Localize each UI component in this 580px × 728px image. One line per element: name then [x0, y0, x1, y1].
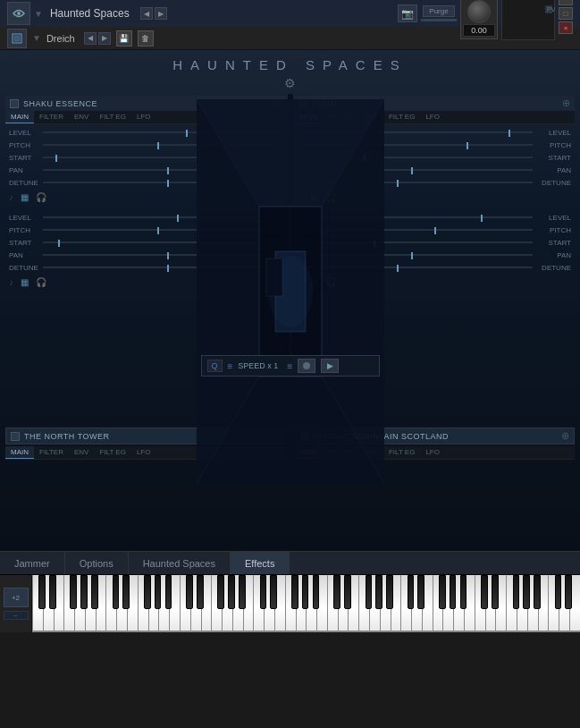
white-key[interactable] — [559, 575, 569, 632]
fugu-start-track[interactable] — [298, 157, 534, 158]
white-key[interactable] — [358, 575, 369, 632]
white-key[interactable] — [506, 575, 517, 632]
shaku-note-icon[interactable]: ♪ — [9, 192, 13, 202]
white-key[interactable] — [190, 575, 201, 632]
tab-effects[interactable]: Effects — [231, 552, 290, 574]
octave-down[interactable]: − — [4, 611, 29, 620]
maximize-btn[interactable]: □ — [559, 7, 573, 20]
shaku-start-track[interactable] — [43, 157, 282, 158]
lr-level-track[interactable] — [298, 216, 534, 218]
white-key[interactable] — [517, 575, 527, 632]
white-key[interactable] — [243, 575, 254, 632]
white-key[interactable] — [495, 575, 506, 632]
north-tower-tab-env[interactable]: ENV — [69, 446, 94, 459]
ll-note-icon[interactable]: ♪ — [9, 277, 13, 287]
white-key[interactable] — [74, 575, 85, 632]
next-arrow[interactable]: ▶ — [155, 7, 167, 20]
logo[interactable] — [7, 2, 30, 25]
ll-start-track[interactable] — [43, 241, 282, 243]
minimize-btn[interactable]: − — [559, 0, 573, 5]
white-key[interactable] — [433, 575, 443, 632]
shaku-tab-main[interactable]: MAIN — [5, 111, 34, 123]
distant-tab-filteg[interactable]: FILT EG — [383, 446, 421, 459]
distant-link[interactable]: ⊕ — [561, 430, 569, 442]
fugu-note-icon[interactable]: ♪ — [298, 192, 303, 202]
white-key[interactable] — [422, 575, 433, 632]
fugu-tab-main[interactable]: MAIN — [295, 111, 324, 123]
north-tower-tab-filter[interactable]: FILTER — [34, 446, 69, 459]
north-tower-tab-filteg[interactable]: FILT EG — [94, 446, 131, 459]
white-key[interactable] — [105, 575, 116, 632]
white-key[interactable] — [43, 575, 54, 632]
white-key[interactable] — [180, 575, 190, 632]
white-key[interactable] — [116, 575, 127, 632]
shaku-tab-env[interactable]: ENV — [69, 111, 94, 123]
fugu-tab-env[interactable]: ENV — [357, 111, 382, 123]
prev-arrow[interactable]: ◀ — [140, 7, 153, 20]
purge-btn[interactable]: Purge — [423, 5, 454, 17]
fugu-checkbox[interactable] — [299, 99, 308, 108]
white-key[interactable] — [569, 575, 580, 632]
white-key[interactable] — [222, 575, 232, 632]
fugu-pan-track[interactable] — [298, 169, 534, 171]
white-key[interactable] — [274, 575, 285, 632]
fugu-tab-filter[interactable]: FILTER — [324, 111, 358, 123]
shaku-tab-filteg[interactable]: FILT EG — [94, 111, 131, 123]
north-tower-link[interactable]: ⊕ — [273, 430, 281, 442]
fugu-level-track[interactable] — [298, 131, 534, 133]
white-key[interactable] — [296, 575, 307, 632]
white-key[interactable] — [475, 575, 485, 632]
white-key[interactable] — [380, 575, 391, 632]
lr-note-icon[interactable]: ♪ — [298, 277, 303, 287]
shaku-pan-track[interactable] — [43, 169, 282, 171]
second-logo[interactable] — [7, 29, 27, 48]
white-key[interactable] — [169, 575, 180, 632]
white-key[interactable] — [127, 575, 138, 632]
tab-options[interactable]: Options — [65, 552, 129, 574]
white-key[interactable] — [96, 575, 106, 632]
white-key[interactable] — [327, 575, 338, 632]
white-key[interactable] — [338, 575, 349, 632]
lr-pitch-track[interactable] — [298, 229, 534, 231]
white-key[interactable] — [369, 575, 380, 632]
white-key[interactable] — [201, 575, 212, 632]
transport-q[interactable]: Q — [207, 360, 223, 372]
distant-checkbox[interactable] — [300, 432, 309, 441]
ll-pitch-track[interactable] — [43, 229, 282, 231]
white-key[interactable] — [253, 575, 264, 632]
distant-tab-env[interactable]: ENV — [357, 446, 382, 459]
distant-tab-main[interactable]: MAIN — [295, 446, 324, 459]
white-key[interactable] — [527, 575, 538, 632]
white-key[interactable] — [54, 575, 64, 632]
white-key[interactable] — [348, 575, 358, 632]
white-key[interactable] — [32, 575, 43, 632]
transport-rewind[interactable]: ≡ — [287, 361, 292, 371]
white-key[interactable] — [306, 575, 316, 632]
white-key[interactable] — [264, 575, 274, 632]
tab-jammer[interactable]: Jammer — [0, 552, 65, 574]
close-btn[interactable]: × — [559, 21, 573, 34]
white-key[interactable] — [538, 575, 549, 632]
white-key[interactable] — [391, 575, 401, 632]
lr-grid-icon[interactable]: ▦ — [310, 277, 318, 287]
white-key[interactable] — [442, 575, 453, 632]
white-key[interactable] — [453, 575, 464, 632]
shaku-tab-filter[interactable]: FILTER — [34, 111, 69, 123]
distant-tab-filter[interactable]: FILTER — [324, 446, 358, 459]
fugu-headphone-icon[interactable]: 🎧 — [325, 192, 336, 202]
white-key[interactable] — [548, 575, 559, 632]
white-key[interactable] — [85, 575, 96, 632]
inst-prev[interactable]: ◀ — [84, 32, 97, 45]
white-key[interactable] — [138, 575, 148, 632]
ll-headphone-icon[interactable]: 🎧 — [36, 277, 46, 287]
white-key[interactable] — [285, 575, 296, 632]
lr-start-track[interactable] — [298, 241, 534, 243]
white-key[interactable] — [148, 575, 159, 632]
transport-record[interactable] — [298, 359, 315, 373]
shaku-tab-lfo[interactable]: LFO — [131, 111, 156, 123]
white-key[interactable] — [211, 575, 222, 632]
lr-pan-track[interactable] — [298, 254, 534, 256]
piano-keys[interactable]: (function() { const container = document… — [32, 575, 580, 632]
ll-detune-track[interactable] — [43, 267, 282, 268]
transport-menu[interactable]: ≡ — [228, 361, 233, 371]
